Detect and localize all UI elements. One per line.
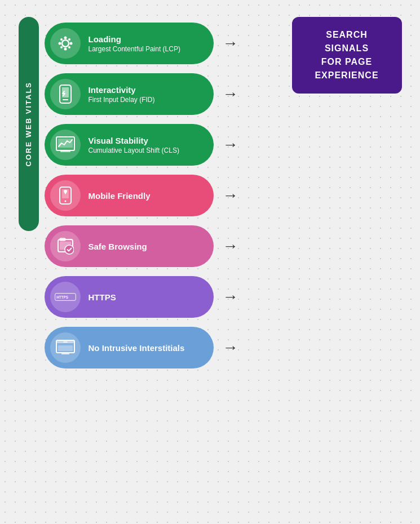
side-label-text: Core Web Vitals [24,82,33,166]
pill-row-loading: LoadingLargest Contentful Paint (LCP)→ [45,23,286,64]
pill-row-interactivity: InteractivityFirst Input Delay (FID)→ [45,73,286,115]
pill-text-mobile-friendly: Mobile Friendly [89,191,151,201]
pill-subtitle-loading: Largest Contentful Paint (LCP) [89,45,180,53]
pill-text-no-intrusive-interstitials: No Intrusive Interstitials [89,343,185,353]
pill-icon-loading [50,28,81,59]
content-area: LoadingLargest Contentful Paint (LCP)→ I… [39,17,402,507]
pill-https: HTTPS HTTPS [45,276,214,318]
arrow-mobile-friendly: → [223,186,238,205]
svg-point-6 [68,46,70,48]
pill-safe-browsing: Safe Browsing [45,225,214,267]
svg-rect-27 [61,353,69,354]
pill-title-visual-stability: Visual Stability [89,136,179,145]
arrow-loading: → [223,34,238,52]
arrow-interactivity: → [223,85,238,103]
svg-point-0 [62,40,69,47]
pill-text-safe-browsing: Safe Browsing [89,242,147,251]
arrow-visual-stability: → [223,136,238,154]
pills-column: LoadingLargest Contentful Paint (LCP)→ I… [45,17,286,374]
svg-point-4 [69,42,72,45]
svg-point-16 [64,201,66,202]
pill-title-mobile-friendly: Mobile Friendly [89,191,151,201]
pill-text-https: HTTPS [89,292,116,302]
side-label: Core Web Vitals [19,17,39,231]
pill-row-safe-browsing: Safe Browsing→ [45,225,286,267]
right-box-text: SEARCH SIGNALS FOR PAGE EXPERIENCE [292,17,402,94]
svg-point-5 [60,38,63,41]
main-container: Core Web Vitals LoadingLargest Contentfu… [19,17,402,507]
arrow-no-intrusive-interstitials: → [223,339,238,357]
pill-interactivity: InteractivityFirst Input Delay (FID) [45,73,214,115]
pill-row-no-intrusive-interstitials: No Intrusive Interstitials→ [45,327,286,368]
svg-text:HTTPS: HTTPS [56,295,68,299]
pill-icon-visual-stability [50,130,81,160]
arrow-https: → [223,288,238,306]
pill-icon-no-intrusive-interstitials [50,332,81,363]
right-box: SEARCH SIGNALS FOR PAGE EXPERIENCE [292,17,402,94]
pill-row-mobile-friendly: Mobile Friendly→ [45,175,286,216]
pill-no-intrusive-interstitials: No Intrusive Interstitials [45,327,214,368]
pill-mobile-friendly: Mobile Friendly [45,175,214,216]
svg-rect-14 [60,150,70,152]
svg-rect-26 [58,345,73,351]
arrow-safe-browsing: → [223,237,238,255]
pill-title-safe-browsing: Safe Browsing [89,242,147,251]
side-label-container: Core Web Vitals [19,17,39,507]
pill-subtitle-interactivity: First Input Delay (FID) [89,96,155,104]
pill-row-https: HTTPS HTTPS→ [45,276,286,318]
pill-icon-https: HTTPS [50,282,81,312]
pill-title-https: HTTPS [89,292,116,302]
pill-icon-interactivity [50,79,81,109]
pill-loading: LoadingLargest Contentful Paint (LCP) [45,23,214,64]
pill-subtitle-visual-stability: Cumulative Layout Shift (CLS) [89,146,179,154]
svg-point-8 [60,46,63,48]
pill-title-interactivity: Interactivity [89,85,155,95]
pill-text-loading: LoadingLargest Contentful Paint (LCP) [89,34,180,53]
pill-title-loading: Loading [89,34,180,44]
pill-title-no-intrusive-interstitials: No Intrusive Interstitials [89,343,185,353]
svg-point-2 [64,48,67,51]
pill-icon-safe-browsing [50,231,81,261]
pill-visual-stability: Visual StabilityCumulative Layout Shift … [45,124,214,166]
svg-point-1 [64,37,67,39]
pill-text-interactivity: InteractivityFirst Input Delay (FID) [89,85,155,104]
pill-text-visual-stability: Visual StabilityCumulative Layout Shift … [89,136,179,154]
pill-icon-mobile-friendly [50,180,81,211]
svg-point-7 [68,38,70,41]
pill-row-visual-stability: Visual StabilityCumulative Layout Shift … [45,124,286,166]
svg-point-3 [58,42,61,45]
svg-rect-17 [62,189,69,198]
